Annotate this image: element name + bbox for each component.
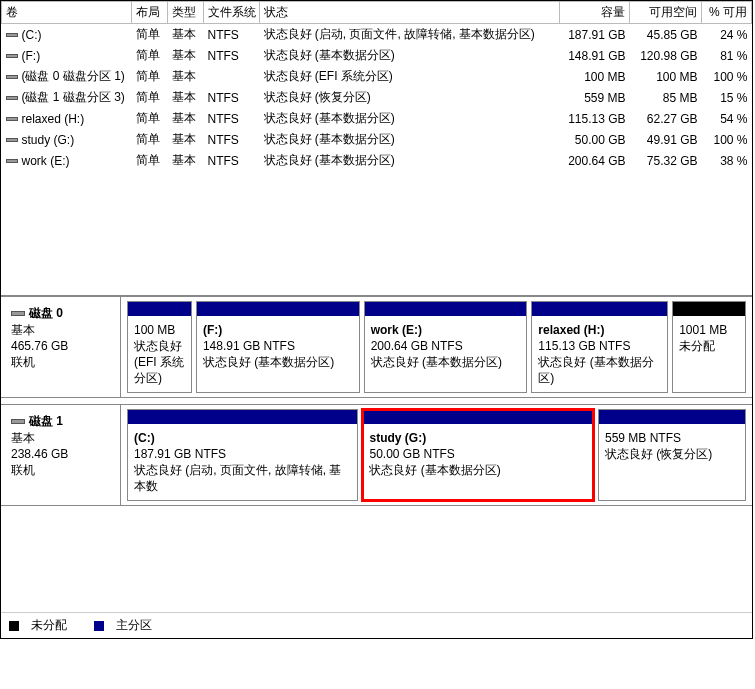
- partition-header: [673, 302, 745, 316]
- partition[interactable]: (F:)148.91 GB NTFS状态良好 (基本数据分区): [196, 301, 360, 393]
- partition[interactable]: study (G:)50.00 GB NTFS状态良好 (基本数据分区): [362, 409, 593, 501]
- graphical-view: 磁盘 0基本465.76 GB联机100 MB状态良好 (EFI 系统分区)(F…: [1, 296, 752, 506]
- disk-size: 465.76 GB: [11, 338, 110, 354]
- col-layout[interactable]: 布局: [132, 2, 168, 24]
- col-capacity[interactable]: 容量: [560, 2, 630, 24]
- cell-layout: 简单: [132, 150, 168, 171]
- partition-size: 1001 MB: [679, 322, 739, 338]
- partition-body: 100 MB状态良好 (EFI 系统分区): [128, 316, 191, 392]
- cell-status: 状态良好 (基本数据分区): [260, 45, 560, 66]
- partition[interactable]: 559 MB NTFS状态良好 (恢复分区): [598, 409, 746, 501]
- volume-name: (F:): [22, 49, 41, 63]
- partition-size: 200.64 GB NTFS: [371, 338, 521, 354]
- partition[interactable]: 100 MB状态良好 (EFI 系统分区): [127, 301, 192, 393]
- partition-status: 状态良好 (基本数据分区): [538, 354, 661, 386]
- cell-type: 基本: [168, 66, 204, 87]
- cell-capacity: 148.91 GB: [560, 45, 630, 66]
- volume-name: relaxed (H:): [22, 112, 85, 126]
- volume-icon: [6, 33, 18, 37]
- table-row[interactable]: (F:)简单基本NTFS状态良好 (基本数据分区)148.91 GB120.98…: [2, 45, 752, 66]
- disk-name: 磁盘 1: [29, 414, 63, 428]
- cell-fs: [204, 66, 260, 87]
- partition-status: 状态良好 (基本数据分区): [371, 354, 521, 370]
- cell-pct: 100 %: [702, 66, 752, 87]
- col-type[interactable]: 类型: [168, 2, 204, 24]
- partition-status: 状态良好 (恢复分区): [605, 446, 739, 462]
- cell-layout: 简单: [132, 129, 168, 150]
- cell-pct: 15 %: [702, 87, 752, 108]
- disk-state: 联机: [11, 462, 110, 478]
- partition-header: [197, 302, 359, 316]
- partition-body: 559 MB NTFS状态良好 (恢复分区): [599, 424, 745, 500]
- legend-unallocated: 未分配: [9, 618, 79, 632]
- partition-body: study (G:)50.00 GB NTFS状态良好 (基本数据分区): [363, 424, 592, 500]
- cell-fs: NTFS: [204, 87, 260, 108]
- cell-free: 75.32 GB: [630, 150, 702, 171]
- col-status[interactable]: 状态: [260, 2, 560, 24]
- partition-body: work (E:)200.64 GB NTFS状态良好 (基本数据分区): [365, 316, 527, 392]
- table-row[interactable]: (C:)简单基本NTFS状态良好 (启动, 页面文件, 故障转储, 基本数据分区…: [2, 24, 752, 46]
- partition-size: 187.91 GB NTFS: [134, 446, 351, 462]
- cell-capacity: 115.13 GB: [560, 108, 630, 129]
- partition-header: [532, 302, 667, 316]
- partition-body: relaxed (H:)115.13 GB NTFS状态良好 (基本数据分区): [532, 316, 667, 392]
- spacer: [1, 512, 752, 612]
- partition-status: 未分配: [679, 338, 739, 354]
- partition[interactable]: 1001 MB未分配: [672, 301, 746, 393]
- volume-header-row[interactable]: 卷 布局 类型 文件系统 状态 容量 可用空间 % 可用: [2, 2, 752, 24]
- table-row[interactable]: relaxed (H:)简单基本NTFS状态良好 (基本数据分区)115.13 …: [2, 108, 752, 129]
- table-row[interactable]: work (E:)简单基本NTFS状态良好 (基本数据分区)200.64 GB7…: [2, 150, 752, 171]
- cell-free: 62.27 GB: [630, 108, 702, 129]
- cell-capacity: 559 MB: [560, 87, 630, 108]
- table-row[interactable]: (磁盘 1 磁盘分区 3)简单基本NTFS状态良好 (恢复分区)559 MB85…: [2, 87, 752, 108]
- cell-capacity: 50.00 GB: [560, 129, 630, 150]
- partition-header: [128, 410, 357, 424]
- volume-icon: [6, 96, 18, 100]
- volume-list: 卷 布局 类型 文件系统 状态 容量 可用空间 % 可用 (C:)简单基本NTF…: [1, 1, 752, 296]
- volume-name: study (G:): [22, 133, 75, 147]
- cell-status: 状态良好 (EFI 系统分区): [260, 66, 560, 87]
- partition-size: 50.00 GB NTFS: [369, 446, 586, 462]
- table-row[interactable]: (磁盘 0 磁盘分区 1)简单基本状态良好 (EFI 系统分区)100 MB10…: [2, 66, 752, 87]
- cell-status: 状态良好 (基本数据分区): [260, 150, 560, 171]
- disk-icon: [11, 311, 25, 316]
- partition-status: 状态良好 (启动, 页面文件, 故障转储, 基本数: [134, 462, 351, 494]
- partition[interactable]: relaxed (H:)115.13 GB NTFS状态良好 (基本数据分区): [531, 301, 668, 393]
- partition-status: 状态良好 (基本数据分区): [369, 462, 586, 478]
- volume-icon: [6, 138, 18, 142]
- cell-capacity: 100 MB: [560, 66, 630, 87]
- disk-type: 基本: [11, 322, 110, 338]
- cell-capacity: 200.64 GB: [560, 150, 630, 171]
- col-filesystem[interactable]: 文件系统: [204, 2, 260, 24]
- volume-table: 卷 布局 类型 文件系统 状态 容量 可用空间 % 可用 (C:)简单基本NTF…: [1, 1, 752, 171]
- col-free[interactable]: 可用空间: [630, 2, 702, 24]
- cell-pct: 81 %: [702, 45, 752, 66]
- legend-primary: 主分区: [94, 618, 164, 632]
- partition-header: [599, 410, 745, 424]
- cell-fs: NTFS: [204, 129, 260, 150]
- cell-free: 45.85 GB: [630, 24, 702, 46]
- table-row[interactable]: study (G:)简单基本NTFS状态良好 (基本数据分区)50.00 GB4…: [2, 129, 752, 150]
- cell-fs: NTFS: [204, 150, 260, 171]
- volume-name: work (E:): [22, 154, 70, 168]
- partition-header: [365, 302, 527, 316]
- cell-type: 基本: [168, 108, 204, 129]
- partition-status: 状态良好 (基本数据分区): [203, 354, 353, 370]
- cell-type: 基本: [168, 87, 204, 108]
- cell-fs: NTFS: [204, 24, 260, 46]
- cell-pct: 54 %: [702, 108, 752, 129]
- disk-row: 磁盘 0基本465.76 GB联机100 MB状态良好 (EFI 系统分区)(F…: [1, 296, 752, 398]
- disk-management-window: 卷 布局 类型 文件系统 状态 容量 可用空间 % 可用 (C:)简单基本NTF…: [0, 0, 753, 639]
- legend: 未分配 主分区: [1, 612, 752, 638]
- col-percent[interactable]: % 可用: [702, 2, 752, 24]
- partition[interactable]: work (E:)200.64 GB NTFS状态良好 (基本数据分区): [364, 301, 528, 393]
- partition-body: 1001 MB未分配: [673, 316, 745, 392]
- disk-info[interactable]: 磁盘 1基本238.46 GB联机: [1, 405, 121, 505]
- partition[interactable]: (C:)187.91 GB NTFS状态良好 (启动, 页面文件, 故障转储, …: [127, 409, 358, 501]
- cell-pct: 24 %: [702, 24, 752, 46]
- disk-info[interactable]: 磁盘 0基本465.76 GB联机: [1, 297, 121, 397]
- cell-layout: 简单: [132, 66, 168, 87]
- col-volume[interactable]: 卷: [2, 2, 132, 24]
- legend-unallocated-label: 未分配: [31, 618, 67, 632]
- partition-strip: 100 MB状态良好 (EFI 系统分区)(F:)148.91 GB NTFS状…: [121, 297, 752, 397]
